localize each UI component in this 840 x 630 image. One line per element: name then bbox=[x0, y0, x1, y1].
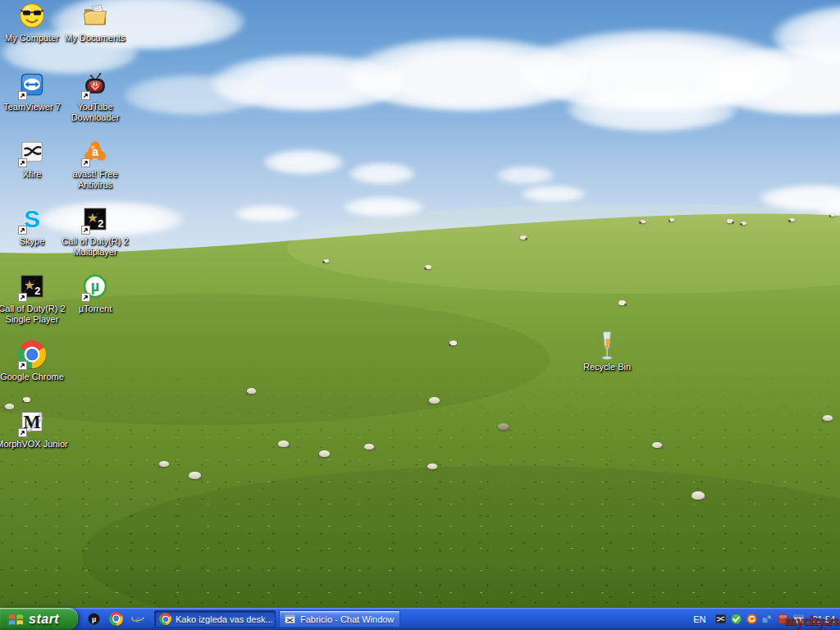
cloud bbox=[566, 86, 738, 131]
tray-icon-xfire[interactable] bbox=[714, 613, 728, 626]
skype-icon: S bbox=[18, 205, 46, 235]
sheep bbox=[323, 259, 329, 262]
cloud bbox=[262, 149, 345, 174]
desktop-icon-avast-free-antivirus[interactable]: aavast! Free Antivirus bbox=[59, 138, 131, 190]
my-computer-icon bbox=[18, 2, 46, 31]
sheep bbox=[278, 441, 289, 447]
desktop-icon-label: Xfire bbox=[0, 169, 68, 180]
desktop-icon-my-computer[interactable]: My Computer bbox=[0, 2, 68, 43]
shortcut-arrow-badge bbox=[18, 91, 27, 100]
windows-flag-icon bbox=[7, 611, 25, 628]
desktop-icon-youtube-downloader[interactable]: YouTube Downloader bbox=[59, 71, 131, 123]
chrome-icon bbox=[159, 613, 171, 625]
folder-documents-icon bbox=[81, 2, 109, 30]
svg-text:e: e bbox=[135, 613, 140, 625]
start-button-label: start bbox=[29, 612, 59, 627]
my-documents-icon bbox=[81, 2, 109, 31]
cloud bbox=[496, 166, 555, 184]
sheep bbox=[619, 300, 626, 305]
tray-icon-avast-shield[interactable] bbox=[730, 613, 743, 626]
red-app-tray-icon bbox=[777, 613, 789, 625]
taskbar-clock[interactable]: 21:54 bbox=[812, 614, 835, 624]
desktop-icon-label: Recycle Bin bbox=[571, 362, 643, 372]
minimized-window-tray-icon bbox=[792, 613, 805, 625]
chrome-icon bbox=[18, 340, 46, 370]
sheep bbox=[520, 235, 527, 240]
desktop-icon-recycle-bin[interactable]: Recycle Bin bbox=[571, 331, 643, 372]
desktop-icon-google-chrome[interactable]: Google Chrome bbox=[0, 340, 68, 382]
desktop-screen: My Computer My Documents TeamViewer 7 Yo… bbox=[0, 0, 840, 630]
sheep bbox=[741, 221, 746, 225]
xfire-icon bbox=[18, 138, 46, 167]
sheep bbox=[450, 340, 457, 345]
quick-launch-chrome[interactable] bbox=[109, 612, 124, 627]
shortcut-arrow-badge bbox=[81, 226, 90, 235]
desktop-icon-label: MorphVOX Junior bbox=[0, 439, 68, 450]
shortcut-arrow-badge bbox=[18, 361, 27, 370]
recycle-bin-icon bbox=[593, 331, 621, 360]
recycle-bin-glass-icon bbox=[593, 331, 621, 362]
taskbar: start µ e Kako izgleda vas desk... Fabri… bbox=[0, 608, 840, 630]
quick-launch-internet-explorer[interactable]: e bbox=[131, 612, 146, 627]
desktop-icon-xfire[interactable]: Xfire bbox=[0, 138, 68, 180]
desktop-icon-skype[interactable]: SSkype bbox=[0, 205, 68, 247]
desktop-icon-label: Call of Duty(R) 2 Single Player bbox=[0, 304, 68, 325]
shortcut-arrow-badge bbox=[18, 226, 27, 235]
cod2-icon: ★ 2 bbox=[18, 272, 46, 302]
shortcut-arrow-badge bbox=[81, 293, 90, 302]
task-button-label: Fabricio - Chat Window bbox=[300, 614, 394, 624]
smiley-sunglasses-icon bbox=[18, 2, 46, 30]
desktop-icon-cod2-multiplayer[interactable]: ★ 2Call of Duty(R) 2 Multiplayer bbox=[59, 205, 131, 258]
utorrent-quick-icon: µ bbox=[87, 612, 101, 626]
desktop-icon-label: My Computer bbox=[0, 33, 68, 43]
task-button-2[interactable]: Fabricio - Chat Window bbox=[279, 610, 400, 628]
language-indicator[interactable]: EN bbox=[693, 614, 705, 624]
shortcut-arrow-badge bbox=[81, 91, 90, 100]
desktop-icon-label: Skype bbox=[0, 236, 68, 247]
sheep bbox=[830, 213, 835, 217]
sheep bbox=[319, 450, 330, 457]
sheep bbox=[669, 218, 674, 221]
shortcut-arrow-badge bbox=[81, 158, 90, 167]
utorrent-icon: µ bbox=[81, 272, 109, 302]
sheep bbox=[640, 220, 646, 223]
sheep bbox=[823, 415, 833, 421]
wallpaper-hill bbox=[0, 203, 840, 630]
tray-icon-avast-ball[interactable] bbox=[746, 613, 759, 626]
start-button[interactable]: start bbox=[0, 608, 78, 630]
chat-window-icon bbox=[284, 613, 296, 625]
desktop-icon-label: avast! Free Antivirus bbox=[59, 169, 131, 190]
xfire-tray-icon bbox=[714, 613, 727, 625]
desktop-icon-utorrent[interactable]: µµTorrent bbox=[59, 272, 131, 314]
cloud bbox=[521, 185, 587, 202]
desktop-icon-cod2-single-player[interactable]: ★ 2Call of Duty(R) 2 Single Player bbox=[0, 272, 68, 325]
svg-text:µ: µ bbox=[91, 278, 99, 294]
avast-tray-icon bbox=[746, 613, 758, 625]
internet-explorer-icon: e bbox=[131, 612, 145, 626]
svg-text:★: ★ bbox=[87, 211, 98, 225]
cod2-icon: ★ 2 bbox=[81, 205, 109, 235]
desktop-icon-label: Google Chrome bbox=[0, 372, 68, 382]
network-puzzle-tray-icon bbox=[761, 613, 774, 625]
task-button-1[interactable]: Kako izgleda vas desk... bbox=[154, 610, 276, 628]
desktop-icon-label: µTorrent bbox=[59, 304, 131, 314]
shortcut-arrow-badge bbox=[18, 293, 27, 302]
shortcut-arrow-badge bbox=[18, 428, 27, 437]
teamviewer-icon bbox=[18, 71, 46, 100]
quick-launch-bar: µ e bbox=[81, 608, 152, 630]
morphvox-icon: M bbox=[18, 408, 46, 437]
quick-launch-utorrent[interactable]: µ bbox=[87, 612, 102, 627]
tray-icon-minimized-window[interactable] bbox=[792, 613, 806, 626]
chrome-icon bbox=[159, 613, 171, 625]
task-buttons: Kako izgleda vas desk... Fabricio - Chat… bbox=[154, 608, 400, 630]
desktop-icon-label: My Documents bbox=[59, 33, 131, 43]
desktop-icon-teamviewer-7[interactable]: TeamViewer 7 bbox=[0, 71, 68, 112]
sheep bbox=[364, 444, 374, 450]
sheep bbox=[692, 491, 705, 500]
svg-text:a: a bbox=[92, 145, 98, 158]
desktop-icon-my-documents[interactable]: My Documents bbox=[59, 2, 131, 43]
svg-text:µ: µ bbox=[92, 614, 96, 623]
tray-icon-red-app[interactable] bbox=[777, 613, 790, 626]
desktop-icon-morphvox-junior[interactable]: MMorphVOX Junior bbox=[0, 408, 68, 450]
tray-icon-network-puzzle[interactable] bbox=[761, 613, 774, 626]
